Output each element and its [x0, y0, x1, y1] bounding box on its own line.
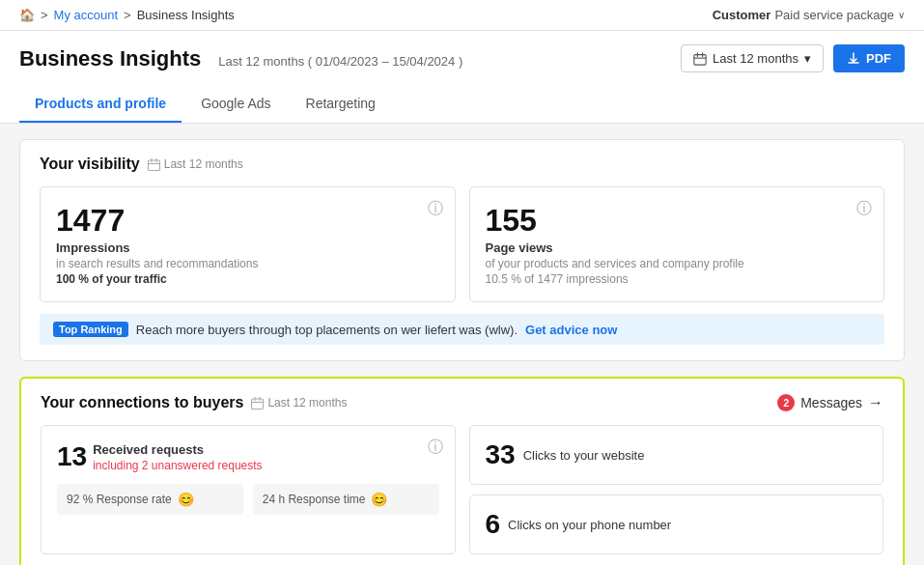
metrics-row: ⓘ 1477 Impressions in search results and… — [40, 186, 884, 302]
banner-link[interactable]: Get advice now — [525, 323, 617, 337]
received-label: Received requests — [93, 442, 262, 457]
impressions-label: Impressions — [56, 240, 439, 255]
visibility-calendar-icon — [148, 158, 160, 171]
connections-card: Your connections to buyers Last 12 month… — [19, 377, 905, 565]
download-icon — [847, 52, 860, 66]
visibility-title-text: Your visibility — [40, 155, 140, 173]
page-views-number: 155 — [486, 203, 869, 239]
home-icon[interactable]: 🏠 — [19, 8, 35, 22]
page-views-card: ⓘ 155 Page views of your products and se… — [469, 186, 885, 302]
tab-retargeting[interactable]: Retargeting — [291, 86, 391, 123]
breadcrumb-current: Business Insights — [137, 8, 235, 22]
clicks-website-number: 33 — [486, 439, 516, 470]
svg-rect-1 — [148, 160, 159, 171]
svg-rect-2 — [252, 399, 264, 410]
received-row: 13 Received requests including 2 unanswe… — [57, 441, 439, 472]
breadcrumb-my-account[interactable]: My account — [54, 8, 118, 22]
clicks-website-label: Clicks to your website — [523, 448, 645, 463]
calendar-icon — [693, 52, 707, 66]
visibility-card: Your visibility Last 12 months ⓘ 1477 Im… — [19, 139, 905, 361]
clicks-panel: 33 Clicks to your website 6 Clicks on yo… — [469, 425, 884, 554]
impressions-number: 1477 — [56, 203, 439, 239]
page-views-info-icon[interactable]: ⓘ — [856, 199, 872, 219]
page-header: Business Insights Last 12 months ( 01/04… — [0, 31, 924, 124]
impressions-highlight-value: 100 % of your traffic — [56, 272, 167, 286]
pdf-label: PDF — [866, 51, 891, 66]
clicks-phone-label: Clicks on your phone number — [508, 518, 671, 532]
received-sublabel: including 2 unanswered requests — [93, 459, 262, 472]
top-ranking-badge: Top Ranking — [53, 322, 128, 337]
tabs: Products and profile Google Ads Retarget… — [19, 86, 905, 123]
impressions-highlight: 100 % of your traffic — [56, 272, 439, 286]
page-title-row: Business Insights Last 12 months ( 01/04… — [19, 44, 905, 72]
clicks-phone-number: 6 — [486, 509, 501, 540]
impressions-sublabel: in search results and recommandations — [56, 257, 439, 270]
impressions-card: ⓘ 1477 Impressions in search results and… — [40, 186, 456, 302]
page-views-sublabel: of your products and services and compan… — [486, 257, 869, 270]
connections-period: Last 12 months — [251, 396, 347, 410]
connections-title-text: Your connections to buyers — [41, 394, 243, 411]
tab-google-ads[interactable]: Google Ads — [185, 86, 286, 123]
visibility-period-label: Last 12 months — [164, 157, 243, 171]
clicks-website-card: 33 Clicks to your website — [469, 425, 884, 485]
customer-label: Customer — [713, 8, 771, 22]
page-title-left: Business Insights Last 12 months ( 01/04… — [19, 46, 462, 71]
connections-calendar-icon — [251, 397, 264, 410]
impressions-info-icon[interactable]: ⓘ — [428, 199, 443, 219]
response-time-emoji: 😊 — [371, 492, 387, 507]
breadcrumb: 🏠 > My account > Business Insights — [19, 8, 235, 22]
connections-period-label: Last 12 months — [267, 396, 347, 410]
received-requests-panel: ⓘ 13 Received requests including 2 unans… — [41, 425, 456, 554]
package-label: Paid service package — [774, 8, 894, 22]
response-rate-stat: 92 % Response rate 😊 — [57, 484, 243, 515]
pdf-button[interactable]: PDF — [833, 44, 905, 72]
chevron-down-icon[interactable]: ∨ — [898, 10, 905, 20]
messages-label: Messages — [800, 395, 862, 410]
header-actions: Last 12 months ▾ PDF — [681, 44, 905, 72]
banner-text: Reach more buyers through top placements… — [136, 323, 518, 337]
page-title: Business Insights — [19, 46, 201, 71]
page-subtitle: Last 12 months ( 01/04/2023 – 15/04/2024… — [218, 54, 462, 69]
page-views-label: Page views — [486, 240, 869, 255]
clicks-phone-card: 6 Clicks on your phone number — [469, 494, 884, 554]
visibility-period: Last 12 months — [148, 157, 243, 171]
top-bar-right: Customer Paid service package ∨ — [713, 8, 905, 22]
response-time-value: 24 h Response time — [263, 493, 366, 506]
response-rate-emoji: 😊 — [178, 492, 194, 507]
tab-products-and-profile[interactable]: Products and profile — [19, 86, 182, 123]
svg-rect-0 — [694, 54, 706, 65]
visibility-section-title: Your visibility Last 12 months — [40, 155, 884, 173]
response-time-stat: 24 h Response time 😊 — [253, 484, 439, 515]
connections-grid: ⓘ 13 Received requests including 2 unans… — [41, 425, 883, 554]
received-text-group: Received requests including 2 unanswered… — [93, 442, 262, 472]
main-content: Your visibility Last 12 months ⓘ 1477 Im… — [0, 124, 924, 565]
date-filter-label: Last 12 months — [713, 51, 798, 66]
messages-arrow-icon: → — [868, 394, 883, 411]
received-number: 13 — [57, 441, 87, 472]
response-stats: 92 % Response rate 😊 24 h Response time … — [57, 484, 439, 515]
response-rate-value: 92 % Response rate — [67, 493, 172, 506]
messages-badge: 2 — [777, 394, 795, 411]
top-bar: 🏠 > My account > Business Insights Custo… — [0, 0, 924, 31]
date-filter-button[interactable]: Last 12 months ▾ — [681, 44, 824, 72]
breadcrumb-separator2: > — [124, 8, 131, 22]
received-info-icon[interactable]: ⓘ — [428, 438, 443, 458]
page-views-highlight: 10.5 % of 1477 impressions — [486, 272, 869, 286]
messages-link[interactable]: 2 Messages → — [777, 394, 883, 411]
date-filter-chevron: ▾ — [804, 51, 811, 66]
top-ranking-banner: Top Ranking Reach more buyers through to… — [40, 314, 884, 345]
connections-header: Your connections to buyers Last 12 month… — [41, 394, 883, 411]
breadcrumb-separator: > — [41, 8, 48, 22]
connections-title-group: Your connections to buyers Last 12 month… — [41, 394, 347, 411]
